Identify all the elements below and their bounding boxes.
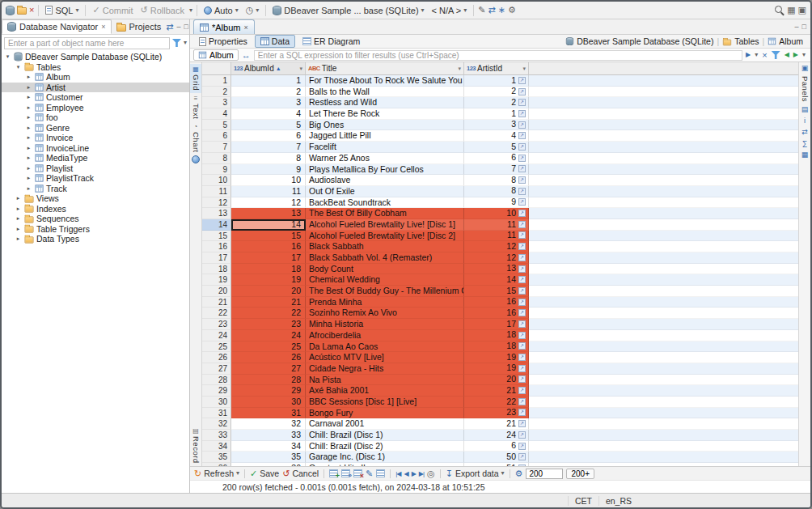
cell-title[interactable]: Facelift: [306, 142, 464, 153]
table-row[interactable]: 13 13 The Best Of Billy Cobham 10 ↗: [202, 208, 798, 219]
tree-item[interactable]: ▸ Invoice: [2, 133, 189, 143]
row-number[interactable]: 35: [202, 452, 231, 463]
cell-artistid[interactable]: 21 ↗: [464, 385, 529, 397]
cell-albumid[interactable]: 35: [231, 452, 306, 463]
cell-artistid[interactable]: 1 ↗: [464, 75, 529, 87]
erase-filter-icon[interactable]: ×: [762, 51, 767, 60]
tab-projects[interactable]: Projects: [112, 19, 167, 34]
cancel-button[interactable]: ↺ Cancel: [282, 469, 319, 478]
tree-item[interactable]: ▸ Album: [2, 72, 189, 83]
tree-item[interactable]: ▸ Employee: [2, 103, 189, 113]
commit-button[interactable]: ✓ Commit: [90, 5, 135, 16]
fk-link-icon[interactable]: ↗: [518, 155, 526, 162]
fk-link-icon[interactable]: ↗: [518, 198, 526, 206]
globe-icon[interactable]: [192, 155, 200, 163]
expander-icon[interactable]: ▸: [25, 175, 32, 181]
column-header-title[interactable]: ABC Title ▾: [306, 62, 464, 74]
table-row[interactable]: 34 34 Chill: Brazil (Disc 2) 6 ↗: [202, 441, 798, 452]
cell-title[interactable]: Chemical Wedding: [306, 274, 464, 286]
cell-title[interactable]: Minha Historia: [306, 319, 464, 330]
table-row[interactable]: 24 24 Afrociberdelia 18 ↗: [202, 330, 798, 341]
fk-link-icon[interactable]: ↗: [518, 210, 526, 217]
fk-link-icon[interactable]: ↗: [518, 443, 526, 450]
cell-title[interactable]: Out Of Exile: [306, 186, 464, 197]
cell-title[interactable]: Plays Metallica By Four Cellos: [306, 164, 464, 176]
cell-title[interactable]: Bongo Fury: [306, 408, 464, 419]
table-row[interactable]: 22 22 Sozinho Remix Ao Vivo 16 ↗: [202, 308, 798, 319]
table-row[interactable]: 26 26 Acústico MTV [Live] 19 ↗: [202, 352, 798, 363]
tree-item[interactable]: ▸ Playlist: [2, 163, 189, 174]
sort-ascending-icon[interactable]: ▲: [276, 66, 281, 71]
delete-row-icon[interactable]: [353, 469, 362, 477]
column-filter-dropdown-icon[interactable]: ▾: [458, 66, 461, 72]
cell-albumid[interactable]: 9: [231, 164, 306, 176]
fk-link-icon[interactable]: ↗: [518, 309, 526, 316]
star-icon[interactable]: ∗: [498, 6, 505, 15]
cell-albumid[interactable]: 13: [231, 208, 306, 219]
tree-item[interactable]: ▾ DBeaver Sample Database (SQLite): [2, 52, 189, 62]
gear-icon[interactable]: ⚙: [508, 6, 516, 15]
table-row[interactable]: 1 1 For Those About To Rock We Salute Yo…: [202, 75, 798, 87]
chevron-down-icon[interactable]: ▾: [184, 40, 187, 46]
row-number[interactable]: 26: [202, 352, 231, 363]
cell-artistid[interactable]: 8 ↗: [464, 186, 529, 197]
row-number[interactable]: 3: [202, 97, 231, 108]
cell-albumid[interactable]: 27: [231, 363, 306, 375]
expander-icon[interactable]: ▸: [25, 185, 32, 192]
fk-link-icon[interactable]: ↗: [518, 88, 526, 95]
cell-artistid[interactable]: 20 ↗: [464, 375, 529, 386]
row-number[interactable]: 14: [202, 219, 231, 231]
editor-tab-album[interactable]: *Album ×: [193, 19, 255, 34]
fk-link-icon[interactable]: ↗: [518, 299, 526, 306]
row-number[interactable]: 9: [202, 164, 231, 176]
goto-row-icon[interactable]: ◎: [427, 469, 435, 478]
row-number[interactable]: 21: [202, 297, 231, 308]
cell-title[interactable]: Sozinho Remix Ao Vivo: [306, 308, 464, 319]
filter-history-dropdown-icon[interactable]: ▾: [755, 52, 758, 58]
row-number[interactable]: 4: [202, 108, 231, 120]
compare-icon[interactable]: ⇄: [488, 6, 496, 15]
transaction-monitor-button[interactable]: ◷ ▾: [243, 5, 262, 15]
table-row[interactable]: 17 17 Black Sabbath Vol. 4 (Remaster) 12…: [202, 252, 798, 264]
filter-funnel-icon[interactable]: [772, 51, 780, 59]
fk-link-icon[interactable]: ↗: [518, 143, 526, 151]
cell-artistid[interactable]: 11 ↗: [464, 231, 529, 242]
cell-albumid[interactable]: 21: [231, 297, 306, 308]
sql-filter-input[interactable]: [254, 50, 742, 61]
expander-icon[interactable]: ▾: [4, 53, 11, 60]
table-row[interactable]: 3 3 Restless and Wild 2 ↗: [202, 97, 798, 108]
rollback-button[interactable]: ↺ Rollback: [138, 5, 187, 16]
fk-link-icon[interactable]: ↗: [518, 254, 526, 261]
cell-title[interactable]: Prenda Minha: [306, 297, 464, 308]
row-number[interactable]: 22: [202, 308, 231, 319]
cell-albumid[interactable]: 23: [231, 319, 306, 330]
open-connection-icon[interactable]: [17, 7, 27, 15]
cell-title[interactable]: Balls to the Wall: [306, 87, 464, 98]
refresh-button[interactable]: ↻ Refresh ▾: [194, 469, 239, 478]
cell-artistid[interactable]: 13 ↗: [464, 264, 529, 275]
tree-item[interactable]: ▸ InvoiceLine: [2, 143, 189, 154]
table-row[interactable]: 18 18 Body Count 13 ↗: [202, 264, 798, 275]
fetch-size-input[interactable]: [526, 469, 563, 479]
tree-item[interactable]: ▸ foo: [2, 112, 189, 123]
row-number[interactable]: 25: [202, 341, 231, 353]
cell-albumid[interactable]: 26: [231, 352, 306, 363]
timezone-indicator[interactable]: CET: [568, 496, 598, 506]
cell-title[interactable]: Garage Inc. (Disc 1): [306, 452, 464, 463]
row-number[interactable]: 10: [202, 175, 231, 186]
fk-link-icon[interactable]: ↗: [518, 165, 526, 172]
cell-albumid[interactable]: 3: [231, 97, 306, 108]
tree-item[interactable]: ▸ Artist: [2, 83, 189, 93]
sql-editor-button[interactable]: SQL ▾: [43, 5, 81, 16]
cell-albumid[interactable]: 34: [231, 441, 306, 452]
chevron-down-icon[interactable]: ▾: [421, 7, 425, 14]
presentation-tab-record[interactable]: ▤ Record: [190, 426, 201, 466]
cell-artistid[interactable]: 18 ↗: [464, 341, 529, 353]
close-icon[interactable]: ×: [101, 23, 105, 31]
cell-albumid[interactable]: 6: [231, 130, 306, 142]
cell-title[interactable]: Alcohol Fueled Brewtality Live! [Disc 2]: [306, 231, 464, 242]
cell-artistid[interactable]: 17 ↗: [464, 319, 529, 330]
cell-title[interactable]: Da Lama Ao Caos: [306, 341, 464, 353]
maximize-icon[interactable]: □: [184, 23, 188, 31]
cell-albumid[interactable]: 4: [231, 108, 306, 120]
